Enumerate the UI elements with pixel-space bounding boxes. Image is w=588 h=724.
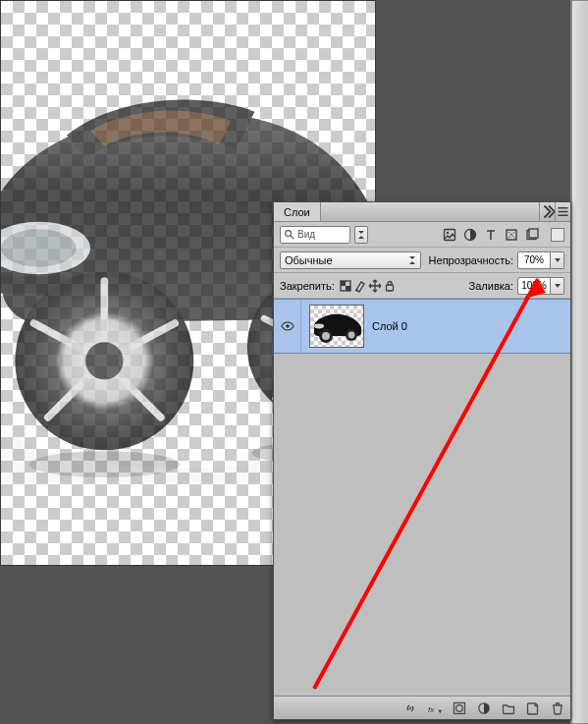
svg-point-24: [446, 231, 448, 233]
svg-marker-35: [555, 284, 561, 288]
tab-layers-label: Слои: [284, 206, 310, 218]
svg-point-33: [356, 289, 358, 291]
svg-text:fx: fx: [428, 704, 435, 713]
filter-row: Вид: [274, 222, 570, 248]
svg-point-19: [286, 231, 292, 237]
lock-label: Закрепить:: [280, 280, 335, 292]
layers-panel: Слои Вид: [273, 201, 571, 720]
fill-dropdown-icon[interactable]: [551, 277, 564, 295]
blend-row: Обычные Непрозрачность: 70%: [274, 248, 570, 273]
group-icon[interactable]: [501, 700, 515, 715]
svg-point-36: [286, 324, 290, 328]
filter-text-icon[interactable]: [483, 227, 498, 242]
lock-transparent-icon[interactable]: [339, 278, 353, 293]
svg-marker-30: [409, 261, 415, 264]
app-root: Слои Вид: [0, 0, 588, 724]
svg-point-45: [455, 704, 462, 711]
fx-icon[interactable]: fx: [427, 700, 442, 715]
scrollbar-thumb[interactable]: [571, 0, 588, 724]
layer-name[interactable]: Слой 0: [372, 320, 407, 332]
filter-shape-icon[interactable]: [504, 227, 518, 242]
lock-all-icon[interactable]: [383, 278, 398, 293]
eye-icon: [281, 319, 294, 333]
collapse-icon[interactable]: [539, 202, 555, 221]
fill-label: Заливка:: [469, 280, 513, 292]
tab-layers[interactable]: Слои: [274, 202, 321, 221]
blend-mode-value: Обычные: [285, 254, 333, 266]
panel-titlebar: Слои: [274, 202, 570, 222]
lock-move-icon[interactable]: [368, 278, 383, 293]
adjustment-icon[interactable]: [476, 700, 491, 715]
filter-pixel-icon[interactable]: [442, 227, 456, 242]
opacity-value[interactable]: 70%: [517, 251, 551, 269]
filter-type-label: Вид: [297, 229, 315, 240]
layer-row[interactable]: Слой 0: [274, 299, 570, 354]
fill-value[interactable]: 100%: [517, 277, 551, 295]
svg-point-1: [1, 229, 77, 266]
blend-mode-select[interactable]: Обычные: [280, 251, 421, 269]
layer-list[interactable]: Слой 0: [274, 299, 570, 696]
opacity-dropdown-icon[interactable]: [551, 251, 564, 269]
opacity-label: Непрозрачность:: [429, 254, 513, 266]
filter-smart-icon[interactable]: [524, 227, 539, 242]
panel-footer: fx: [274, 696, 570, 719]
svg-marker-43: [438, 709, 442, 713]
svg-point-40: [348, 332, 355, 339]
svg-rect-28: [529, 229, 538, 238]
svg-point-38: [322, 332, 330, 340]
opacity-input[interactable]: 70%: [517, 251, 564, 269]
svg-line-20: [291, 236, 294, 239]
fill-input[interactable]: 100%: [517, 277, 564, 295]
svg-rect-34: [387, 285, 394, 291]
mask-icon[interactable]: [452, 700, 466, 715]
link-icon[interactable]: [402, 700, 417, 715]
lock-paint-icon[interactable]: [353, 278, 368, 293]
filter-adjust-icon[interactable]: [462, 227, 477, 242]
svg-marker-31: [555, 258, 561, 262]
trash-icon[interactable]: [550, 700, 564, 715]
svg-marker-29: [409, 256, 415, 259]
filter-toggle[interactable]: [551, 228, 564, 242]
lock-row: Закрепить: Заливка: 100%: [274, 273, 570, 299]
svg-point-9: [85, 342, 123, 379]
filter-type-dropdown[interactable]: [354, 226, 368, 244]
layer-thumbnail[interactable]: [309, 305, 364, 348]
visibility-toggle[interactable]: [274, 299, 301, 354]
new-layer-icon[interactable]: [525, 700, 540, 715]
svg-marker-21: [358, 231, 364, 234]
svg-marker-22: [358, 236, 364, 239]
vertical-scrollbar[interactable]: [570, 0, 588, 724]
search-icon: [284, 229, 294, 240]
svg-point-41: [314, 324, 324, 329]
filter-type-select[interactable]: Вид: [280, 226, 350, 244]
panel-menu-icon[interactable]: [555, 202, 570, 221]
